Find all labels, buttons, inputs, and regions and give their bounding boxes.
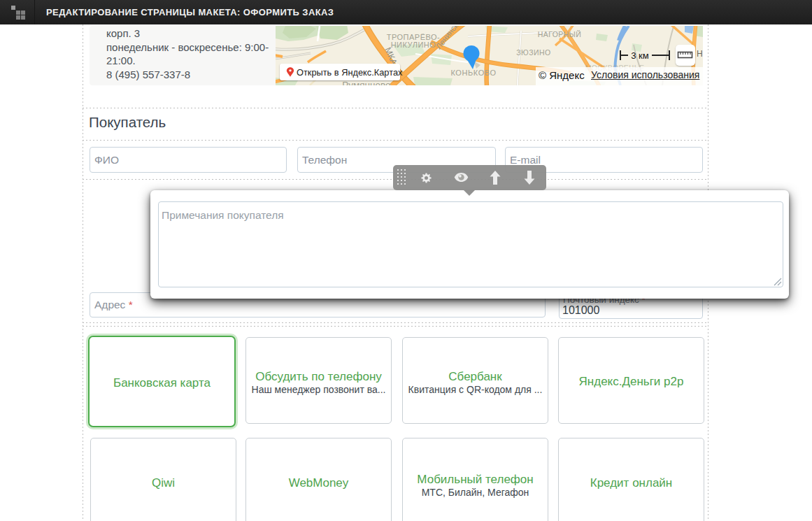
svg-text:НИКУЛИНО: НИКУЛИНО — [391, 41, 436, 49]
svg-text:НАГОРНЫЙ: НАГОРНЫЙ — [538, 30, 581, 38]
svg-text:3 км: 3 км — [631, 50, 649, 61]
svg-text:Румянцево: Румянцево — [342, 80, 390, 85]
svg-text:ЗЮЗИНО: ЗЮЗИНО — [516, 48, 551, 57]
svg-text:КОНЬКОВО: КОНЬКОВО — [450, 69, 496, 77]
